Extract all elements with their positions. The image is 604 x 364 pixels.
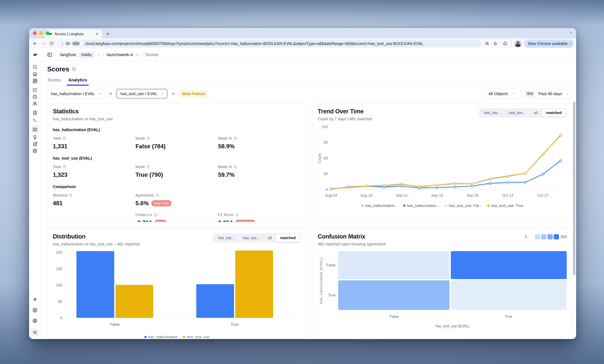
- browser-toolbar: cloud.langfuse.com/project/cmhnuoj660007…: [29, 38, 576, 49]
- remove-score2-button[interactable]: [170, 91, 176, 97]
- svg-text:60: 60: [324, 156, 328, 160]
- chrome-update-button[interactable]: New Chrome available: [524, 39, 574, 48]
- project-switcher-chevron-icon[interactable]: [135, 53, 139, 56]
- sidebar-item-tracing[interactable]: [31, 87, 39, 93]
- main-content: Scores ScoresAnalytics has_hallucination…: [41, 61, 576, 339]
- breadcrumb-section: Scores: [145, 52, 158, 57]
- segmented-option-hastoo[interactable]: has_too...: [239, 234, 264, 242]
- segmented-option-hashal[interactable]: has_hal...: [214, 234, 239, 242]
- kebab-menu-icon[interactable]: [568, 41, 573, 46]
- svg-text:0: 0: [60, 316, 62, 320]
- sidebar-item-settings[interactable]: [31, 307, 39, 314]
- updown-chevron-icon: [161, 92, 164, 96]
- sidebar-item-annotation[interactable]: [31, 140, 39, 148]
- trend-view-segmented-control: has_hal...has_too...allmatched: [479, 108, 567, 117]
- segmented-option-hastoo[interactable]: has_too...: [504, 109, 529, 117]
- svg-text:True: True: [231, 322, 239, 326]
- segmented-option-matched[interactable]: matched: [542, 109, 566, 117]
- help-icon[interactable]: [156, 193, 159, 197]
- cohens-kappa-metric: Cohen's κ -0.716Poor: [135, 213, 218, 222]
- sidebar-item-support[interactable]: [31, 317, 39, 324]
- maximize-window-button[interactable]: [46, 31, 50, 35]
- help-icon[interactable]: [146, 165, 150, 169]
- sidebar-item-scores[interactable]: [31, 126, 39, 134]
- info-icon[interactable]: [72, 67, 76, 71]
- back-button[interactable]: [31, 40, 39, 47]
- site-permission-chip[interactable]: [59, 40, 82, 47]
- legend-item: has_hallucination...: [361, 203, 397, 208]
- org-name[interactable]: langfuse: [60, 52, 76, 57]
- help-icon[interactable]: [63, 165, 66, 169]
- metric-cell: Mode %58.9%: [218, 136, 301, 150]
- score1-select[interactable]: has_hallucination • EVAL: [47, 89, 105, 98]
- statistics-card: Statistics has_hallucination vs has_tool…: [47, 103, 306, 222]
- page-scrollbar[interactable]: [573, 101, 575, 275]
- sidebar-item-sparkles[interactable]: [31, 296, 39, 303]
- sessions-icon: [32, 94, 38, 99]
- filter-bar: has_hallucination • EVAL has_tool_use • …: [41, 86, 576, 101]
- sidebar-item-users[interactable]: [31, 100, 39, 107]
- cohens-kappa-value: -0.716: [135, 219, 152, 222]
- help-icon[interactable]: [235, 213, 239, 217]
- sidebar-item-dashboards[interactable]: [31, 77, 39, 84]
- url-text[interactable]: cloud.langfuse.com/project/cmhnuoj660007…: [85, 41, 478, 46]
- scale-max: 303: [560, 235, 567, 239]
- legend-item: has_tool_use: True: [487, 203, 523, 208]
- confusion-color-scale: 0 303: [525, 233, 567, 239]
- user-avatar[interactable]: M: [31, 328, 39, 337]
- confusion-cell-true-false[interactable]: [338, 280, 450, 310]
- help-icon[interactable]: [234, 137, 237, 140]
- sidebar-item-evaluators[interactable]: [31, 134, 39, 140]
- help-icon[interactable]: [154, 213, 157, 217]
- sidebar-item-sessions[interactable]: [31, 93, 39, 100]
- prompts-icon: [32, 110, 38, 115]
- help-icon[interactable]: [63, 137, 66, 140]
- bookmark-star-icon[interactable]: [491, 40, 499, 47]
- close-window-button[interactable]: [33, 31, 37, 35]
- address-bar[interactable]: cloud.langfuse.com/project/cmhnuoj660007…: [57, 40, 481, 47]
- metric-value: 58.9%: [218, 143, 301, 150]
- sidebar-item-home[interactable]: [31, 70, 39, 77]
- project-name[interactable]: launchweek-4: [107, 52, 133, 57]
- sidebar-item-search[interactable]: [31, 63, 39, 70]
- extensions-icon[interactable]: [501, 40, 509, 47]
- confusion-cell-true-true[interactable]: [451, 280, 567, 310]
- object-type-select[interactable]: All Objects: [484, 89, 518, 99]
- minimize-window-button[interactable]: [39, 31, 43, 35]
- tab-analytics[interactable]: Analytics: [68, 78, 87, 85]
- org-switcher-chevron-icon[interactable]: [97, 53, 100, 56]
- profile-avatar[interactable]: [515, 40, 521, 47]
- help-icon[interactable]: [69, 193, 73, 197]
- toolbar-divider: [511, 41, 511, 46]
- sidebar-item-prompts[interactable]: [31, 109, 39, 116]
- new-tab-button[interactable]: [104, 30, 111, 38]
- filter-right-controls: All Objects 90d Past 90 days: [484, 89, 573, 99]
- confusion-subtitle: 481 matched pairs showing agreement: [318, 242, 386, 246]
- scale-min: 0: [525, 235, 527, 239]
- tab-search-icon[interactable]: [569, 30, 573, 35]
- date-range-select[interactable]: 90d Past 90 days: [521, 89, 573, 99]
- forward-button[interactable]: [39, 40, 47, 47]
- score-section: has_hallucination (EVAL)Total1,331ModeFa…: [53, 127, 301, 150]
- confusion-cell-false-true[interactable]: [451, 251, 567, 279]
- sidebar-toggle-icon[interactable]: [46, 51, 53, 58]
- sidebar-item-datasets[interactable]: [31, 148, 39, 154]
- tab-scores[interactable]: Scores: [48, 78, 61, 85]
- desktop-background: Scores | Langfuse cloud.langfuse.com/pro…: [0, 0, 604, 364]
- help-icon[interactable]: [146, 137, 150, 140]
- langfuse-app: langfuse Hobby / launchweek-4 / Scores M: [29, 49, 576, 339]
- browser-tab[interactable]: Scores | Langfuse: [45, 30, 102, 38]
- segmented-option-matched[interactable]: matched: [276, 234, 300, 242]
- reload-button[interactable]: [48, 40, 55, 47]
- segmented-option-hashal[interactable]: has_hal...: [480, 109, 504, 117]
- segmented-option-all[interactable]: all: [264, 234, 276, 242]
- score2-select[interactable]: has_tool_use • EVAL: [117, 89, 167, 98]
- remove-score1-button[interactable]: [108, 91, 113, 97]
- sidebar-item-playground[interactable]: [31, 116, 39, 123]
- close-tab-icon[interactable]: [95, 32, 100, 36]
- segmented-option-all[interactable]: all: [529, 109, 542, 117]
- comparison-section: Comparison Matched 481 Agreement 5.6%Ver…: [53, 184, 301, 222]
- confusion-cell-false-false[interactable]: [338, 251, 450, 279]
- zoom-page-icon[interactable]: [483, 40, 491, 47]
- help-icon[interactable]: [234, 165, 237, 169]
